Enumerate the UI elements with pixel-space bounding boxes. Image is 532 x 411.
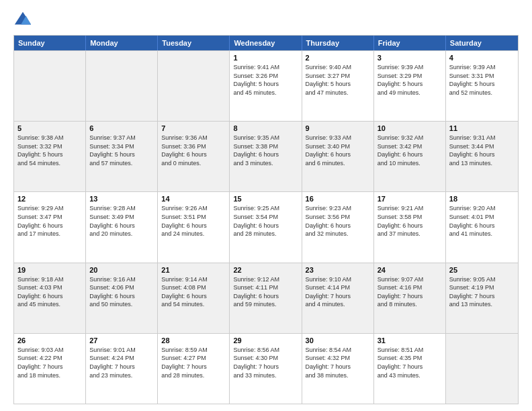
day-info: Sunrise: 9:07 AM Sunset: 4:16 PM Dayligh… bbox=[378, 275, 442, 309]
day-cell-14: 14Sunrise: 9:26 AM Sunset: 3:51 PM Dayli… bbox=[158, 192, 230, 262]
day-number: 26 bbox=[17, 336, 82, 345]
day-number: 9 bbox=[306, 124, 370, 132]
day-cell-10: 10Sunrise: 9:32 AM Sunset: 3:42 PM Dayli… bbox=[374, 122, 446, 191]
header bbox=[13, 11, 519, 30]
day-number: 16 bbox=[306, 195, 370, 203]
day-info: Sunrise: 8:56 AM Sunset: 4:30 PM Dayligh… bbox=[233, 346, 298, 379]
day-cell-12: 12Sunrise: 9:29 AM Sunset: 3:47 PM Dayli… bbox=[14, 192, 86, 262]
day-cell-25: 25Sunrise: 9:05 AM Sunset: 4:19 PM Dayli… bbox=[446, 263, 518, 333]
day-info: Sunrise: 9:40 AM Sunset: 3:27 PM Dayligh… bbox=[306, 63, 370, 97]
day-cell-22: 22Sunrise: 9:12 AM Sunset: 4:11 PM Dayli… bbox=[230, 263, 302, 333]
day-info: Sunrise: 9:39 AM Sunset: 3:31 PM Dayligh… bbox=[449, 63, 515, 97]
day-info: Sunrise: 9:05 AM Sunset: 4:19 PM Dayligh… bbox=[449, 275, 515, 309]
calendar-week-4: 19Sunrise: 9:18 AM Sunset: 4:03 PM Dayli… bbox=[14, 263, 518, 333]
day-number: 29 bbox=[233, 336, 298, 345]
day-cell-16: 16Sunrise: 9:23 AM Sunset: 3:56 PM Dayli… bbox=[302, 192, 374, 262]
day-number: 28 bbox=[161, 336, 226, 345]
day-number: 5 bbox=[17, 124, 82, 132]
day-cell-23: 23Sunrise: 9:10 AM Sunset: 4:14 PM Dayli… bbox=[302, 263, 374, 333]
day-number: 17 bbox=[378, 195, 442, 203]
calendar-week-3: 12Sunrise: 9:29 AM Sunset: 3:47 PM Dayli… bbox=[14, 191, 518, 262]
day-info: Sunrise: 9:20 AM Sunset: 4:01 PM Dayligh… bbox=[449, 204, 515, 238]
day-info: Sunrise: 9:39 AM Sunset: 3:29 PM Dayligh… bbox=[378, 63, 442, 97]
day-cell-30: 30Sunrise: 8:54 AM Sunset: 4:32 PM Dayli… bbox=[302, 334, 374, 404]
day-cell-29: 29Sunrise: 8:56 AM Sunset: 4:30 PM Dayli… bbox=[230, 334, 302, 404]
day-cell-17: 17Sunrise: 9:21 AM Sunset: 3:58 PM Dayli… bbox=[374, 192, 446, 262]
day-info: Sunrise: 9:32 AM Sunset: 3:42 PM Dayligh… bbox=[378, 134, 442, 167]
day-info: Sunrise: 8:54 AM Sunset: 4:32 PM Dayligh… bbox=[306, 346, 370, 379]
calendar-header: SundayMondayTuesdayWednesdayThursdayFrid… bbox=[14, 36, 518, 50]
day-info: Sunrise: 9:28 AM Sunset: 3:49 PM Dayligh… bbox=[89, 204, 154, 238]
day-cell-21: 21Sunrise: 9:14 AM Sunset: 4:08 PM Dayli… bbox=[158, 263, 230, 333]
empty-cell bbox=[446, 334, 518, 404]
day-number: 21 bbox=[161, 266, 226, 274]
day-info: Sunrise: 8:59 AM Sunset: 4:27 PM Dayligh… bbox=[161, 346, 226, 379]
day-number: 23 bbox=[306, 266, 370, 274]
day-number: 8 bbox=[233, 124, 298, 132]
day-cell-20: 20Sunrise: 9:16 AM Sunset: 4:06 PM Dayli… bbox=[86, 263, 158, 333]
day-info: Sunrise: 9:14 AM Sunset: 4:08 PM Dayligh… bbox=[161, 275, 226, 309]
day-number: 2 bbox=[306, 54, 370, 62]
day-header-sunday: Sunday bbox=[14, 36, 86, 50]
day-info: Sunrise: 9:29 AM Sunset: 3:47 PM Dayligh… bbox=[17, 204, 82, 238]
page: SundayMondayTuesdayWednesdayThursdayFrid… bbox=[0, 0, 532, 411]
day-header-saturday: Saturday bbox=[446, 36, 518, 50]
day-header-friday: Friday bbox=[374, 36, 446, 50]
day-header-tuesday: Tuesday bbox=[158, 36, 230, 50]
day-info: Sunrise: 9:16 AM Sunset: 4:06 PM Dayligh… bbox=[89, 275, 154, 309]
calendar-week-2: 5Sunrise: 9:38 AM Sunset: 3:32 PM Daylig… bbox=[14, 121, 518, 191]
day-number: 25 bbox=[449, 266, 515, 274]
day-cell-2: 2Sunrise: 9:40 AM Sunset: 3:27 PM Daylig… bbox=[302, 51, 374, 121]
day-cell-31: 31Sunrise: 8:51 AM Sunset: 4:35 PM Dayli… bbox=[374, 334, 446, 404]
day-number: 10 bbox=[378, 124, 442, 132]
day-number: 27 bbox=[89, 336, 154, 345]
day-cell-18: 18Sunrise: 9:20 AM Sunset: 4:01 PM Dayli… bbox=[446, 192, 518, 262]
day-info: Sunrise: 9:38 AM Sunset: 3:32 PM Dayligh… bbox=[17, 134, 82, 167]
day-number: 13 bbox=[89, 195, 154, 203]
calendar-body: 1Sunrise: 9:41 AM Sunset: 3:26 PM Daylig… bbox=[14, 50, 518, 404]
day-cell-8: 8Sunrise: 9:35 AM Sunset: 3:38 PM Daylig… bbox=[230, 122, 302, 191]
day-number: 14 bbox=[161, 195, 226, 203]
empty-cell bbox=[14, 51, 86, 121]
empty-cell bbox=[86, 51, 158, 121]
day-cell-3: 3Sunrise: 9:39 AM Sunset: 3:29 PM Daylig… bbox=[374, 51, 446, 121]
day-cell-28: 28Sunrise: 8:59 AM Sunset: 4:27 PM Dayli… bbox=[158, 334, 230, 404]
day-number: 6 bbox=[89, 124, 154, 132]
day-info: Sunrise: 9:31 AM Sunset: 3:44 PM Dayligh… bbox=[449, 134, 515, 167]
day-number: 1 bbox=[233, 54, 298, 62]
day-cell-7: 7Sunrise: 9:36 AM Sunset: 3:36 PM Daylig… bbox=[158, 122, 230, 191]
day-cell-24: 24Sunrise: 9:07 AM Sunset: 4:16 PM Dayli… bbox=[374, 263, 446, 333]
day-number: 31 bbox=[378, 336, 442, 345]
day-cell-6: 6Sunrise: 9:37 AM Sunset: 3:34 PM Daylig… bbox=[86, 122, 158, 191]
day-number: 7 bbox=[161, 124, 226, 132]
day-cell-4: 4Sunrise: 9:39 AM Sunset: 3:31 PM Daylig… bbox=[446, 51, 518, 121]
day-header-thursday: Thursday bbox=[302, 36, 374, 50]
day-info: Sunrise: 9:41 AM Sunset: 3:26 PM Dayligh… bbox=[233, 63, 298, 97]
day-info: Sunrise: 9:12 AM Sunset: 4:11 PM Dayligh… bbox=[233, 275, 298, 309]
day-cell-19: 19Sunrise: 9:18 AM Sunset: 4:03 PM Dayli… bbox=[14, 263, 86, 333]
day-number: 18 bbox=[449, 195, 515, 203]
day-cell-26: 26Sunrise: 9:03 AM Sunset: 4:22 PM Dayli… bbox=[14, 334, 86, 404]
day-number: 24 bbox=[378, 266, 442, 274]
day-info: Sunrise: 9:36 AM Sunset: 3:36 PM Dayligh… bbox=[161, 134, 226, 167]
day-number: 15 bbox=[233, 195, 298, 203]
day-cell-15: 15Sunrise: 9:25 AM Sunset: 3:54 PM Dayli… bbox=[230, 192, 302, 262]
day-info: Sunrise: 9:21 AM Sunset: 3:58 PM Dayligh… bbox=[378, 204, 442, 238]
day-number: 20 bbox=[89, 266, 154, 274]
day-number: 3 bbox=[378, 54, 442, 62]
day-cell-1: 1Sunrise: 9:41 AM Sunset: 3:26 PM Daylig… bbox=[230, 51, 302, 121]
day-cell-5: 5Sunrise: 9:38 AM Sunset: 3:32 PM Daylig… bbox=[14, 122, 86, 191]
day-cell-13: 13Sunrise: 9:28 AM Sunset: 3:49 PM Dayli… bbox=[86, 192, 158, 262]
logo bbox=[13, 11, 35, 30]
day-header-wednesday: Wednesday bbox=[230, 36, 302, 50]
day-number: 4 bbox=[449, 54, 515, 62]
day-info: Sunrise: 9:03 AM Sunset: 4:22 PM Dayligh… bbox=[17, 346, 82, 379]
calendar-week-1: 1Sunrise: 9:41 AM Sunset: 3:26 PM Daylig… bbox=[14, 50, 518, 121]
day-number: 19 bbox=[17, 266, 82, 274]
day-info: Sunrise: 9:18 AM Sunset: 4:03 PM Dayligh… bbox=[17, 275, 82, 309]
day-info: Sunrise: 9:25 AM Sunset: 3:54 PM Dayligh… bbox=[233, 204, 298, 238]
day-info: Sunrise: 9:01 AM Sunset: 4:24 PM Dayligh… bbox=[89, 346, 154, 379]
day-number: 22 bbox=[233, 266, 298, 274]
day-number: 11 bbox=[449, 124, 515, 132]
empty-cell bbox=[158, 51, 230, 121]
